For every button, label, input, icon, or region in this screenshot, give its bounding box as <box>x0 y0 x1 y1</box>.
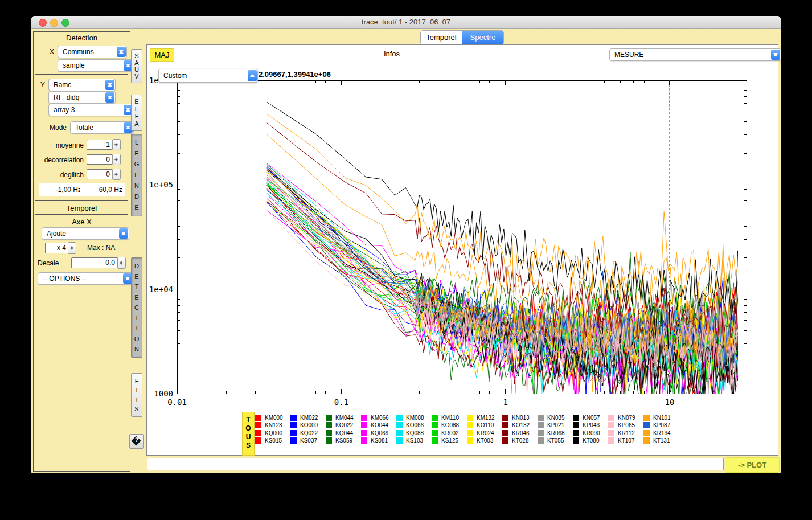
legend-label-KP021[interactable]: KP021 <box>547 422 564 428</box>
freq-min-field[interactable]: -1,00 Hz <box>39 183 84 196</box>
legend-label-KR112[interactable]: KR112 <box>618 430 635 436</box>
side-tab-sauv[interactable]: S A U V <box>131 49 142 83</box>
legend-label-KS103[interactable]: KS103 <box>406 437 423 444</box>
legend-swatch-KR134[interactable] <box>643 430 650 436</box>
legend-swatch-KR046[interactable] <box>502 430 508 436</box>
legend-label-KR134[interactable]: KR134 <box>653 430 671 436</box>
legend-label-KN013[interactable]: KN013 <box>512 415 530 421</box>
command-input[interactable] <box>147 458 724 470</box>
legend-label-KQ088[interactable]: KQ088 <box>406 430 424 436</box>
legend-label-KO132[interactable]: KO132 <box>512 422 530 428</box>
legend-label-KM000[interactable]: KM000 <box>265 415 283 421</box>
side-tab-fits[interactable]: F I T S <box>131 373 142 417</box>
legend-swatch-KT003[interactable] <box>467 437 473 444</box>
legend-label-KQ000[interactable]: KQ000 <box>265 430 282 436</box>
legend-swatch-KO000[interactable] <box>290 422 297 428</box>
legend-swatch-KO132[interactable] <box>502 422 508 428</box>
legend-swatch-KQ022[interactable] <box>290 430 297 436</box>
legend-label-KO044[interactable]: KO044 <box>371 422 388 428</box>
legend-label-KN101[interactable]: KN101 <box>653 415 671 421</box>
legend-swatch-KS037[interactable] <box>290 437 297 444</box>
legend-swatch-KR090[interactable] <box>573 430 579 436</box>
legend-label-KS081[interactable]: KS081 <box>371 437 388 444</box>
legend-label-KP043[interactable]: KP043 <box>583 422 600 428</box>
legend-label-KT028[interactable]: KT028 <box>512 437 528 444</box>
help-button[interactable]: ? <box>129 434 144 449</box>
legend-swatch-KM044[interactable] <box>326 415 332 421</box>
legend-swatch-KO110[interactable] <box>467 422 473 428</box>
legend-label-KO000[interactable]: KO000 <box>300 422 318 428</box>
legend-swatch-KT131[interactable] <box>643 437 650 444</box>
legend-label-KM066[interactable]: KM066 <box>371 415 389 421</box>
scale-select[interactable]: Custom <box>158 69 258 83</box>
legend-label-KM022[interactable]: KM022 <box>300 415 318 421</box>
legend-label-KO066[interactable]: KO066 <box>406 422 424 428</box>
deglitch-field[interactable]: 0 <box>87 169 113 179</box>
legend-swatch-KN013[interactable] <box>502 415 508 421</box>
legend-label-KS059[interactable]: KS059 <box>335 437 352 444</box>
legend-label-KS125[interactable]: KS125 <box>441 437 458 444</box>
tab-spectre[interactable]: Spectre <box>462 31 503 44</box>
legend-swatch-KQ044[interactable] <box>326 430 332 436</box>
legend-swatch-KO066[interactable] <box>396 422 403 428</box>
legend-label-KO088[interactable]: KO088 <box>441 422 459 428</box>
legend-label-KN035[interactable]: KN035 <box>547 415 565 421</box>
decale-field[interactable]: 0,0 <box>71 257 118 268</box>
legend-label-KT055[interactable]: KT055 <box>547 437 564 444</box>
legend-swatch-KT107[interactable] <box>608 437 614 444</box>
side-tab-detection[interactable]: D E T E C T I O N <box>131 257 142 358</box>
legend-label-KM088[interactable]: KM088 <box>406 415 424 421</box>
legend-swatch-KN035[interactable] <box>538 415 544 421</box>
legend-label-KP065[interactable]: KP065 <box>618 422 635 428</box>
spectrum-plot[interactable]: 0.010.111010001e+041e+051e+06 <box>147 75 751 411</box>
mesure-select[interactable]: MESURE <box>609 48 781 61</box>
legend-label-KM110[interactable]: KM110 <box>441 415 459 421</box>
legend-swatch-KP087[interactable] <box>643 422 650 428</box>
legend-label-KT107[interactable]: KT107 <box>618 437 634 444</box>
legend-label-KR024[interactable]: KR024 <box>477 430 494 436</box>
legend-swatch-KR068[interactable] <box>538 430 544 436</box>
freq-max-field[interactable]: 60,0 Hz <box>80 183 125 196</box>
legend-swatch-KM132[interactable] <box>467 415 473 421</box>
legend-label-KT131[interactable]: KT131 <box>653 437 670 444</box>
y-array-select[interactable]: array 3 <box>48 104 134 116</box>
legend-label-KO110[interactable]: KO110 <box>477 422 494 428</box>
legend-label-KP087[interactable]: KP087 <box>653 422 670 428</box>
legend-label-KN057[interactable]: KN057 <box>583 415 600 421</box>
legend-swatch-KM066[interactable] <box>361 415 367 421</box>
legend-swatch-KT055[interactable] <box>538 437 544 444</box>
legend-swatch-KM022[interactable] <box>290 415 297 421</box>
side-tab-effa[interactable]: E F F A <box>131 95 142 131</box>
decorrelation-stepper[interactable] <box>112 154 121 165</box>
legend-label-KR002[interactable]: KR002 <box>441 430 459 436</box>
deglitch-stepper[interactable] <box>112 169 121 180</box>
legend-label-KT003[interactable]: KT003 <box>477 437 493 444</box>
legend-swatch-KM000[interactable] <box>255 415 261 421</box>
legend-label-KN079[interactable]: KN079 <box>618 415 635 421</box>
legend-label-KM132[interactable]: KM132 <box>477 415 495 421</box>
legend-swatch-KN079[interactable] <box>608 415 614 421</box>
legend-label-KS015[interactable]: KS015 <box>265 437 282 444</box>
legend-swatch-KQ088[interactable] <box>396 430 403 436</box>
legend-label-KS037[interactable]: KS037 <box>300 437 317 444</box>
maj-button[interactable]: MAJ <box>150 48 174 62</box>
legend-swatch-KS125[interactable] <box>432 437 438 444</box>
legend-label-KO022[interactable]: KO022 <box>335 422 353 428</box>
y-source-select[interactable]: Ramc <box>48 79 116 91</box>
legend-swatch-KS081[interactable] <box>361 437 367 444</box>
side-tab-legende[interactable]: L E G E N D E <box>131 134 142 216</box>
legend-swatch-KR024[interactable] <box>467 430 473 436</box>
legend-label-KQ044[interactable]: KQ044 <box>335 430 353 436</box>
legend-swatch-KQ000[interactable] <box>255 430 261 436</box>
mode-select[interactable]: Totale <box>70 121 134 134</box>
y-signal-select[interactable]: RF_didq <box>48 91 116 104</box>
moyenne-stepper[interactable] <box>112 139 121 150</box>
legend-swatch-KO022[interactable] <box>326 422 332 428</box>
tous-button[interactable]: T O U S <box>242 412 255 456</box>
legend-swatch-KP065[interactable] <box>608 422 614 428</box>
legend-swatch-KP043[interactable] <box>573 422 579 428</box>
legend-swatch-KS059[interactable] <box>326 437 332 444</box>
spectrum-plot-canvas[interactable]: 0.010.111010001e+041e+051e+06 <box>147 75 751 411</box>
legend-label-KR068[interactable]: KR068 <box>547 430 565 436</box>
legend-swatch-KN101[interactable] <box>643 415 650 421</box>
